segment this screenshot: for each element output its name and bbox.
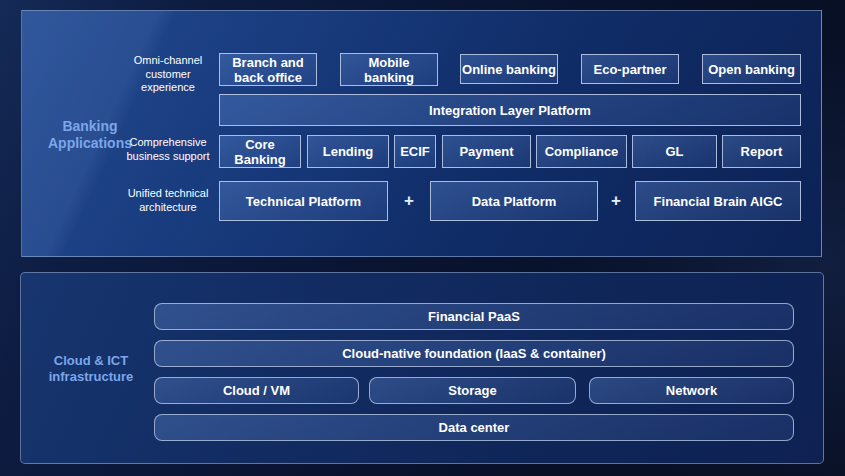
bar-integration-layer-platform: Integration Layer Platform: [219, 94, 801, 126]
box-storage: Storage: [369, 377, 576, 404]
box-open-banking: Open banking: [702, 54, 801, 84]
box-branch-and-back-office: Branch and back office: [219, 53, 317, 86]
box-eco-partner: Eco-partner: [581, 54, 679, 84]
box-data-platform: Data Platform: [430, 181, 598, 221]
architecture-diagram: { "colors": { "section_label_accent": "#…: [0, 0, 845, 476]
bar-cloud-native-foundation: Cloud-native foundation (IaaS & containe…: [154, 340, 794, 367]
box-core-banking: Core Banking: [219, 135, 301, 168]
cloud-ict-infrastructure-panel: Cloud & ICT infrastructure Financial Paa…: [20, 272, 824, 464]
plus-icon: +: [606, 181, 626, 221]
box-mobile-banking: Mobile banking: [340, 53, 438, 86]
row-label-business-support: Comprehensive business support: [124, 136, 212, 163]
row-label-omni-channel: Omni-channel customer experience: [124, 54, 212, 95]
section-label-line: Banking: [30, 118, 150, 135]
box-network: Network: [589, 377, 794, 404]
section-label-line: infrastructure: [35, 369, 147, 385]
box-compliance: Compliance: [536, 135, 627, 168]
bar-financial-paas: Financial PaaS: [154, 303, 794, 330]
row-label-unified-architecture: Unified technical architecture: [124, 187, 212, 214]
banking-applications-panel: Banking Applications Omni-channel custom…: [21, 10, 822, 257]
box-technical-platform: Technical Platform: [219, 181, 388, 221]
box-payment: Payment: [442, 135, 531, 168]
box-online-banking: Online banking: [460, 54, 558, 84]
box-financial-brain-aigc: Financial Brain AIGC: [635, 181, 801, 221]
box-lending: Lending: [307, 135, 389, 168]
box-report: Report: [722, 135, 801, 168]
bar-data-center: Data center: [154, 414, 794, 441]
cloud-ict-section-label: Cloud & ICT infrastructure: [35, 353, 147, 385]
section-label-line: Cloud & ICT: [35, 353, 147, 369]
plus-icon: +: [399, 181, 419, 221]
box-ecif: ECIF: [394, 135, 436, 168]
box-cloud-vm: Cloud / VM: [154, 377, 359, 404]
box-gl: GL: [632, 135, 717, 168]
